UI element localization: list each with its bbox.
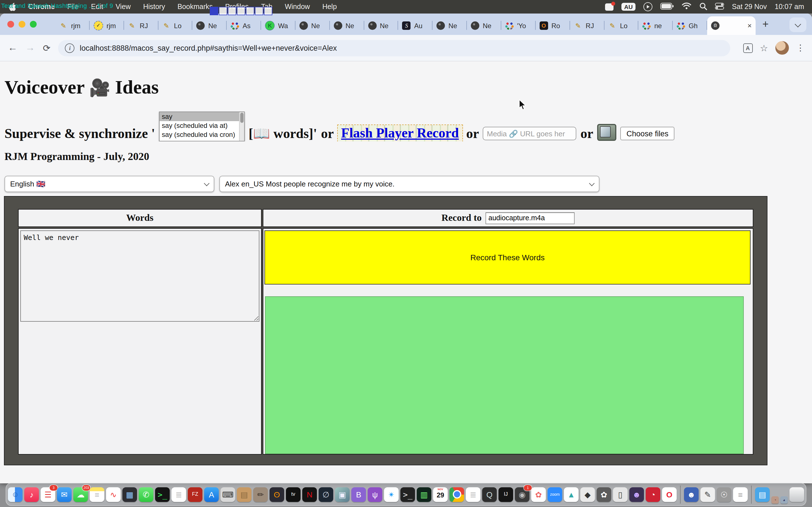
tab-5[interactable]: As xyxy=(227,16,261,35)
record-filename-input[interactable] xyxy=(486,212,574,224)
control-center-icon[interactable] xyxy=(715,3,724,11)
dock-icon-white-blob[interactable]: ✿ xyxy=(597,487,611,502)
dock-icon-app-store[interactable]: A xyxy=(204,487,219,502)
dock-icon-bbedit[interactable]: B xyxy=(351,487,366,502)
tab-10[interactable]: SAu xyxy=(398,16,433,35)
dock-icon-blue-box[interactable]: ▤ xyxy=(755,487,770,502)
tab-active[interactable]: Ω× xyxy=(707,16,756,35)
dock-icon-no-sign[interactable]: ∅ xyxy=(319,487,333,502)
dock-icon-zoom[interactable]: zoom xyxy=(548,487,562,502)
bookmark-star-icon[interactable]: ☆ xyxy=(760,43,768,53)
dock-icon-notepad[interactable]: ≡ xyxy=(733,487,748,502)
address-bar[interactable]: i localhost:8888/macos_say_record.php#sa… xyxy=(58,40,730,56)
say-mode-listbox[interactable]: saysay (scheduled via at)say (scheduled … xyxy=(159,112,245,142)
tab-close-icon[interactable]: × xyxy=(748,21,752,30)
input-source-badge[interactable]: AU xyxy=(621,3,636,11)
dock-icon-palette[interactable]: ✿ xyxy=(531,487,546,502)
tab-search-button[interactable] xyxy=(790,17,806,32)
dock-icon-gauge[interactable]: ◔ xyxy=(646,487,660,502)
forward-button[interactable]: → xyxy=(26,42,35,54)
dock-icon-facetime[interactable]: ✆ xyxy=(139,487,153,502)
dock-icon-books[interactable]: ▤ xyxy=(237,487,252,502)
dock-icon-safari[interactable]: ✴ xyxy=(384,487,399,502)
dock-icon-document[interactable]: ≣ xyxy=(171,487,186,502)
tab-12[interactable]: Ne xyxy=(467,16,501,35)
dock-icon-launchpad[interactable]: ▦ xyxy=(122,487,137,502)
dock-icon-netflix[interactable]: N xyxy=(302,487,317,502)
dock-icon-intellij[interactable]: IJ xyxy=(499,487,513,502)
dock-icon-notes[interactable]: ≡ xyxy=(90,487,104,502)
menu-item-history[interactable]: History xyxy=(137,3,171,11)
translate-icon[interactable]: A xyxy=(743,43,753,53)
back-button[interactable]: ← xyxy=(8,42,17,54)
site-info-icon[interactable]: i xyxy=(65,43,75,53)
dock-icon-accessibility[interactable]: ☉ xyxy=(717,487,731,502)
dock-icon-reminders[interactable]: ☰3 xyxy=(41,487,55,502)
tab-17[interactable]: ne xyxy=(639,16,673,35)
dock-icon-calendar[interactable]: NOV29 xyxy=(433,487,448,502)
new-tab-button[interactable]: + xyxy=(762,18,769,31)
dock-icon-quicktime[interactable]: Q xyxy=(482,487,497,502)
tab-9[interactable]: Ne xyxy=(364,16,398,35)
dock-icon-finder[interactable]: ☺ xyxy=(8,487,22,502)
tab-7[interactable]: Ne xyxy=(296,16,330,35)
dock-icon-dark-terminal[interactable]: ▥ xyxy=(417,487,432,502)
tab-13[interactable]: 'Yo xyxy=(501,16,536,35)
say-option[interactable]: say (scheduled via at) xyxy=(160,121,244,130)
language-select[interactable]: English 🇬🇧 xyxy=(4,176,214,192)
dock-icon-messages[interactable]: ☁203 xyxy=(73,487,88,502)
dock-icon-stylus[interactable]: ✎ xyxy=(700,487,715,502)
tab-18[interactable]: Gh xyxy=(673,16,707,35)
dock-icon-screen-share[interactable]: ☻ xyxy=(684,487,699,502)
dock-icon-memoji[interactable]: ☻ xyxy=(629,487,644,502)
dock-icon-trash[interactable] xyxy=(790,487,804,502)
tab-1[interactable]: ✓rjm xyxy=(90,16,124,35)
dock-icon-inkscape[interactable]: ◆ xyxy=(580,487,595,502)
url-text[interactable]: localhost:8888/macos_say_record.php#sayt… xyxy=(80,44,337,52)
dock-icon-opera[interactable]: O xyxy=(662,487,677,502)
voice-select[interactable]: Alex en_US Most people recognize me by m… xyxy=(219,176,599,192)
dock-icon-filezilla[interactable]: FZ xyxy=(188,487,202,502)
flash-player-record-link[interactable]: Flash Player Record xyxy=(338,125,462,142)
tab-8[interactable]: Ne xyxy=(330,16,364,35)
media-url-input[interactable] xyxy=(483,127,576,140)
menu-extra-app-icon[interactable] xyxy=(605,3,613,10)
dock-icon-gimp[interactable]: ✏ xyxy=(253,487,268,502)
tab-11[interactable]: Ne xyxy=(433,16,467,35)
dock-icon-prism[interactable]: ▲ xyxy=(564,487,578,502)
browser-menu-icon[interactable]: ⋮ xyxy=(796,43,805,53)
tab-14[interactable]: ORo xyxy=(536,16,570,35)
tab-2[interactable]: ✎RJ xyxy=(124,16,158,35)
tab-16[interactable]: ✎Lo xyxy=(604,16,639,35)
minimize-window-button[interactable] xyxy=(18,21,26,27)
menu-bar-time[interactable]: 10:07 am xyxy=(775,3,804,11)
dock-icon-podcasts[interactable]: ψ xyxy=(368,487,382,502)
dock-icon-preview-photo[interactable]: ▣ xyxy=(335,487,350,502)
dock-icon-mini-window-1[interactable]: ◔ xyxy=(771,496,779,504)
dock-icon-iphone[interactable]: ▯ xyxy=(613,487,627,502)
dock-icon-textedit[interactable]: ≣ xyxy=(466,487,480,502)
reload-button[interactable]: ⟳ xyxy=(43,43,50,53)
dock-icon-apple-tv[interactable]: tv xyxy=(286,487,301,502)
menu-item-view[interactable]: View xyxy=(109,3,137,11)
tab-15[interactable]: ✎RJ xyxy=(570,16,604,35)
tab-4[interactable]: Ne xyxy=(193,16,227,35)
close-window-button[interactable] xyxy=(7,21,14,27)
tab-0[interactable]: ✎rjm xyxy=(55,16,90,35)
menu-item-help[interactable]: Help xyxy=(316,3,343,11)
battery-icon[interactable] xyxy=(660,3,674,11)
dock-icon-terminal-2[interactable]: >_ xyxy=(400,487,415,502)
dock-icon-notify-app[interactable]: ◉1 xyxy=(515,487,529,502)
wifi-icon[interactable] xyxy=(682,2,691,11)
dock-icon-mail[interactable]: ✉ xyxy=(57,487,71,502)
menu-item-window[interactable]: Window xyxy=(278,3,316,11)
menu-bar-date[interactable]: Sat 29 Nov xyxy=(732,3,767,11)
zoom-window-button[interactable] xyxy=(30,21,37,27)
listbox-scrollbar[interactable] xyxy=(239,112,244,141)
tab-6[interactable]: KWa xyxy=(261,16,296,35)
dock-icon-mini-window-2[interactable]: ◕ xyxy=(780,496,788,504)
dock-icon-voice-memos[interactable]: ∿ xyxy=(106,487,121,502)
dock-icon-keypad[interactable]: ⌨ xyxy=(220,487,235,502)
choose-files-button[interactable]: Choose files xyxy=(620,127,675,140)
say-option[interactable]: say xyxy=(160,112,244,121)
